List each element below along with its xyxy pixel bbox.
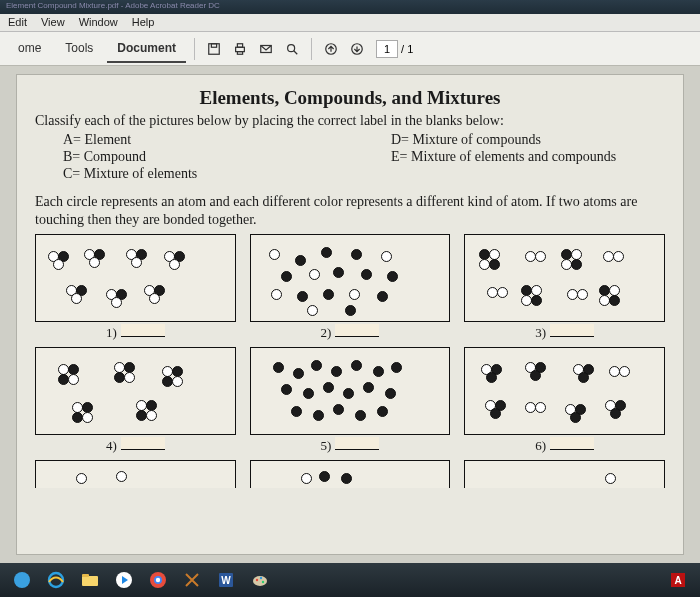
atom — [53, 259, 64, 270]
blank-2[interactable] — [335, 324, 379, 337]
tab-tools[interactable]: Tools — [55, 35, 103, 63]
cell-1: 1) — [35, 234, 236, 341]
svg-rect-1 — [211, 43, 216, 47]
answer-2: 2) — [321, 324, 380, 341]
atom — [169, 259, 180, 270]
legend-left: A= Element B= Compound C= Mixture of ele… — [35, 131, 337, 183]
blank-4[interactable] — [121, 437, 165, 450]
atom — [331, 366, 342, 377]
answer-1: 1) — [106, 324, 165, 341]
svg-rect-13 — [82, 574, 89, 577]
print-icon[interactable] — [229, 38, 251, 60]
atom — [281, 384, 292, 395]
doc-instruction-2: Each circle represents an atom and each … — [35, 193, 665, 228]
atom — [269, 249, 280, 260]
atom — [486, 372, 497, 383]
blank-6[interactable] — [550, 437, 594, 450]
paint-icon[interactable] — [248, 568, 272, 592]
atom — [381, 251, 392, 262]
atom — [387, 271, 398, 282]
save-icon[interactable] — [203, 38, 225, 60]
document-area: Elements, Compounds, and Mixtures Classi… — [0, 66, 700, 563]
atom — [323, 382, 334, 393]
atom — [610, 408, 621, 419]
atom — [578, 372, 589, 383]
menu-view[interactable]: View — [41, 16, 65, 29]
svg-text:A: A — [674, 575, 681, 586]
atom — [323, 289, 334, 300]
diagram-1 — [35, 234, 236, 322]
atom — [619, 366, 630, 377]
atom — [355, 410, 366, 421]
blank-5[interactable] — [335, 437, 379, 450]
cell-8 — [250, 460, 451, 488]
svg-point-18 — [156, 578, 160, 582]
svg-rect-12 — [82, 576, 98, 586]
diagram-3 — [464, 234, 665, 322]
start-icon[interactable] — [10, 568, 34, 592]
menu-help[interactable]: Help — [132, 16, 155, 29]
legend-b: B= Compound — [35, 149, 337, 165]
mail-icon[interactable] — [255, 38, 277, 60]
atom — [577, 289, 588, 300]
atom — [273, 362, 284, 373]
answer-5: 5) — [321, 437, 380, 454]
cell-9 — [464, 460, 665, 488]
diagram-4 — [35, 347, 236, 435]
diagram-6 — [464, 347, 665, 435]
toolbar-separator — [311, 38, 312, 60]
atom — [271, 289, 282, 300]
atom — [124, 372, 135, 383]
atom — [377, 406, 388, 417]
atom — [71, 293, 82, 304]
blank-3[interactable] — [550, 324, 594, 337]
taskbar: W A — [0, 563, 700, 597]
diagram-8 — [250, 460, 451, 488]
atom — [301, 473, 312, 484]
svg-rect-0 — [209, 43, 220, 54]
svg-point-6 — [288, 44, 295, 51]
svg-rect-2 — [236, 47, 245, 51]
menu-edit[interactable]: Edit — [8, 16, 27, 29]
ie-icon[interactable] — [44, 568, 68, 592]
atom — [341, 473, 352, 484]
chrome-icon[interactable] — [146, 568, 170, 592]
svg-point-24 — [262, 581, 264, 583]
search-icon[interactable] — [281, 38, 303, 60]
window-titlebar: Element Compound Mixture.pdf - Adobe Acr… — [0, 0, 700, 14]
media-icon[interactable] — [112, 568, 136, 592]
cell-3: 3) — [464, 234, 665, 341]
svg-point-22 — [256, 579, 258, 581]
tab-home[interactable]: ome — [8, 35, 51, 63]
cell-7 — [35, 460, 236, 488]
word-icon[interactable]: W — [214, 568, 238, 592]
atom — [333, 267, 344, 278]
blank-1[interactable] — [121, 324, 165, 337]
answer-3: 3) — [535, 324, 594, 341]
page-down-icon[interactable] — [346, 38, 368, 60]
doc-title: Elements, Compounds, and Mixtures — [35, 87, 665, 109]
atom — [535, 251, 546, 262]
explorer-icon[interactable] — [78, 568, 102, 592]
diagram-7 — [35, 460, 236, 488]
pdf-page: Elements, Compounds, and Mixtures Classi… — [16, 74, 684, 555]
snip-icon[interactable] — [180, 568, 204, 592]
svg-text:W: W — [221, 575, 231, 586]
atom — [313, 410, 324, 421]
atom — [391, 362, 402, 373]
menu-window[interactable]: Window — [79, 16, 118, 29]
atom — [345, 305, 356, 316]
svg-rect-4 — [237, 51, 242, 54]
atom — [146, 410, 157, 421]
legend-a: A= Element — [35, 132, 337, 148]
diagram-9 — [464, 460, 665, 488]
cell-2: 2) — [250, 234, 451, 341]
tab-document[interactable]: Document — [107, 35, 186, 63]
acrobat-icon[interactable]: A — [666, 568, 690, 592]
page-current-input[interactable] — [376, 40, 398, 58]
atom — [490, 408, 501, 419]
diagram-2 — [250, 234, 451, 322]
atom — [89, 257, 100, 268]
page-up-icon[interactable] — [320, 38, 342, 60]
legend-d: D= Mixture of compounds — [363, 132, 665, 148]
